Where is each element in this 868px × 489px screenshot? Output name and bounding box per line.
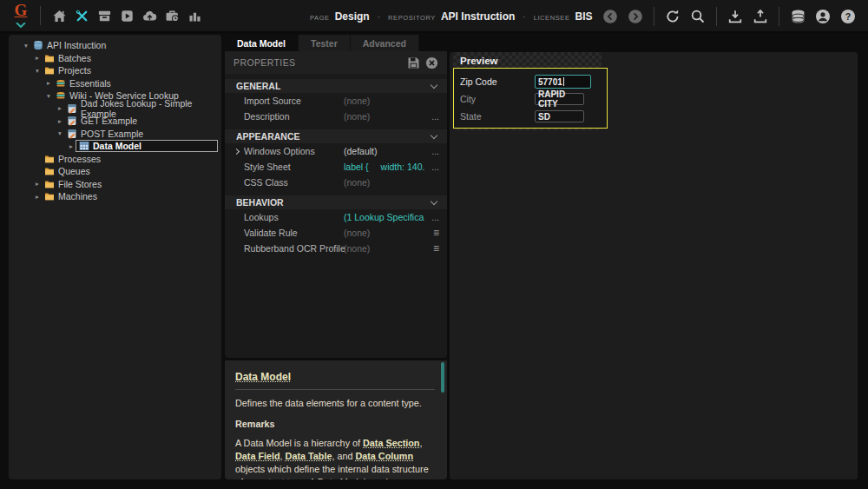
doc-link[interactable]: Data Field [235, 451, 280, 461]
property-row[interactable]: CSS Class(none) [225, 175, 447, 190]
properties-title: PROPERTIES [233, 57, 402, 68]
close-icon[interactable] [425, 56, 438, 69]
section-header-general[interactable]: GENERAL [225, 79, 447, 93]
tree-item-body[interactable]: Projects [42, 64, 94, 76]
ellipsis-button[interactable]: ... [431, 111, 439, 122]
toolbar-divider [716, 7, 717, 26]
tools-icon[interactable] [72, 6, 91, 25]
tree-item-body[interactable]: GET Example [64, 115, 140, 127]
property-row[interactable]: Windows Options(default)... [225, 143, 447, 159]
forward-icon[interactable] [626, 7, 645, 26]
tree-item-body[interactable]: Machines [42, 190, 100, 202]
property-value[interactable]: (none) [344, 177, 424, 188]
tree-expander-icon[interactable]: ▸ [56, 117, 64, 125]
tree-expander-icon[interactable]: ▸ [56, 104, 64, 112]
tree-expander-icon[interactable]: ▸ [44, 79, 53, 87]
download-icon[interactable] [726, 7, 745, 26]
content-type-icon [67, 103, 77, 114]
help-icon[interactable]: ? [838, 7, 858, 26]
tree-expander-icon[interactable]: ▾ [22, 42, 30, 50]
menu-icon[interactable]: ≡ [433, 228, 439, 237]
home-icon[interactable] [49, 6, 69, 25]
property-value[interactable]: (none) [344, 243, 424, 254]
tree-item[interactable]: ▸Dad Jokes Lookup - Simple Example [9, 102, 221, 116]
tree-item[interactable]: ▾POST Example [9, 128, 221, 141]
search-icon[interactable] [688, 7, 707, 26]
media-box-icon[interactable] [117, 6, 136, 25]
database-icon[interactable] [788, 7, 807, 26]
tree-item[interactable]: ▸Machines [9, 190, 221, 203]
tree-item[interactable]: ▸File Stores [9, 178, 221, 191]
tree-item-body[interactable]: POST Example [64, 128, 146, 140]
tree-item[interactable]: ▸Data Model [9, 140, 221, 153]
meta-value[interactable]: Design [335, 10, 370, 23]
property-value[interactable]: (1 Lookup Specifica... [344, 212, 424, 222]
save-icon[interactable] [407, 56, 420, 69]
ellipsis-button[interactable]: ... [431, 162, 439, 172]
upload-icon[interactable] [751, 7, 770, 26]
meta-value[interactable]: API Instruction [441, 10, 515, 23]
bar-chart-icon[interactable] [185, 6, 204, 25]
toolbar-divider [654, 7, 654, 26]
tree-item-label: POST Example [81, 129, 143, 139]
menu-icon[interactable]: ≡ [433, 244, 439, 253]
field-input-state[interactable]: SD [535, 110, 584, 122]
tree-item-body[interactable]: Data Model [76, 140, 218, 152]
tree-expander-icon[interactable]: ▾ [44, 92, 53, 100]
archive-icon[interactable] [95, 6, 114, 25]
tree-item-body[interactable]: File Stores [42, 178, 104, 190]
section-header-behavior[interactable]: BEHAVIOR [225, 195, 447, 209]
tree-expander-icon[interactable]: ▾ [56, 129, 64, 137]
tab-tester[interactable]: Tester [299, 35, 351, 51]
refresh-icon[interactable] [663, 7, 682, 26]
tree-expander-icon[interactable]: ▸ [33, 180, 42, 188]
property-value[interactable]: label {width: 140... [344, 162, 424, 172]
tree-item[interactable]: ▾API Instruction [9, 39, 221, 52]
meta-value[interactable]: BIS [575, 10, 593, 23]
doc-link[interactable]: Data Table [286, 451, 332, 461]
tree-expander-icon[interactable]: ▸ [67, 142, 76, 150]
field-input-zip-code[interactable]: 57701 [535, 75, 591, 89]
folder-icon [44, 166, 55, 176]
property-value[interactable]: (none) [344, 228, 424, 238]
tree-expander-icon[interactable]: ▾ [33, 67, 42, 75]
cloud-upload-icon[interactable] [140, 6, 159, 25]
user-icon[interactable] [813, 7, 832, 26]
ellipsis-button[interactable]: ... [431, 146, 439, 156]
tab-data-model[interactable]: Data Model [225, 35, 299, 51]
property-value[interactable]: (none) [344, 111, 424, 122]
briefcase-clock-icon[interactable] [162, 6, 181, 25]
tree-item-body[interactable]: Essentials [53, 77, 114, 89]
field-input-city[interactable]: RAPID CITY [535, 93, 584, 105]
tree-item[interactable]: ▸Batches [9, 52, 221, 65]
property-row[interactable]: Validate Rule(none)≡ [225, 225, 447, 241]
tree-item-body[interactable]: API Instruction [30, 39, 108, 51]
tree-item-body[interactable]: Dad Jokes Lookup - Simple Example [64, 102, 221, 115]
property-row[interactable]: Lookups(1 Lookup Specifica...... [225, 209, 447, 225]
section-header-appearance[interactable]: APPEARANCE [225, 129, 447, 143]
tree-item-body[interactable]: Queues [42, 165, 93, 177]
property-row[interactable]: Rubberband OCR Profile(none)≡ [225, 241, 447, 256]
property-value[interactable]: (default) [344, 146, 424, 156]
property-row[interactable]: Import Source(none) [225, 93, 447, 109]
back-icon[interactable] [601, 7, 620, 26]
tree-item[interactable]: Processes [9, 153, 221, 166]
tree-expander-icon[interactable]: ▸ [33, 54, 42, 62]
tree-item[interactable]: ▸Essentials [9, 77, 221, 90]
doc-link[interactable]: Data Column [355, 451, 413, 461]
doc-link[interactable]: Data Section [363, 438, 419, 448]
tree-expander-icon[interactable]: ▸ [33, 193, 42, 201]
chevron-right-icon[interactable] [233, 148, 240, 154]
tab-advanced[interactable]: Advanced [351, 35, 419, 51]
tree-item[interactable]: Queues [9, 165, 221, 178]
property-row[interactable]: Style Sheetlabel {width: 140...... [225, 159, 447, 175]
tree-item-body[interactable]: Processes [42, 153, 103, 165]
tree-item[interactable]: ▾Projects [9, 64, 221, 77]
app-logo[interactable]: G [10, 2, 31, 30]
description-title-link[interactable]: Data Model [235, 371, 291, 383]
tree-item-body[interactable]: Batches [42, 52, 94, 64]
property-row[interactable]: Description(none)... [225, 109, 447, 124]
ellipsis-button[interactable]: ... [431, 212, 439, 222]
property-value[interactable]: (none) [344, 96, 424, 106]
description-scrollbar[interactable] [441, 362, 444, 393]
